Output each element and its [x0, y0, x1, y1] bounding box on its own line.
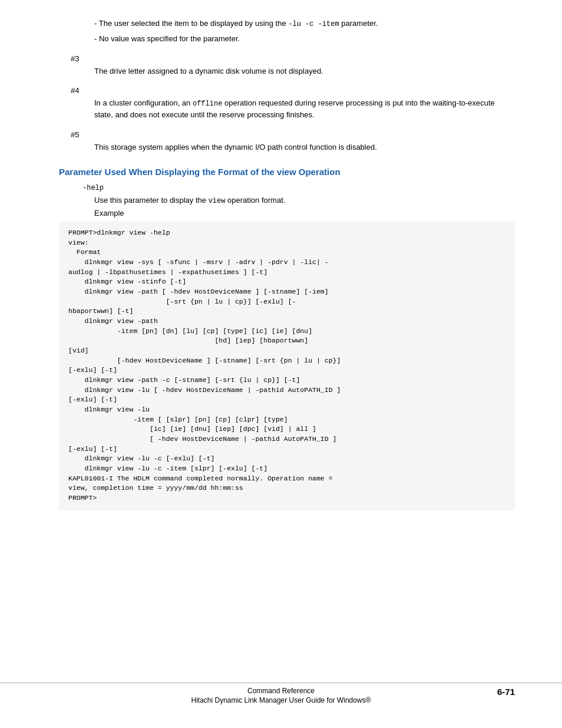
numbered-section-3: #3 The drive letter assigned to a dynami… [82, 54, 515, 77]
param-section: -help Use this parameter to display the … [82, 184, 515, 218]
section-heading: Parameter Used When Displaying the Forma… [59, 167, 515, 177]
bullet-item-2: - No value was specified for the paramet… [82, 33, 515, 45]
content-area: - The user selected the item to be displ… [47, 18, 515, 510]
numbered-section-4: #4 In a cluster configuration, an offlin… [82, 86, 515, 121]
section-number-3: #3 [71, 54, 515, 63]
footer-page-number: 6-71 [497, 687, 515, 697]
section-number-4: #4 [71, 86, 515, 95]
bullet-text-after-1: parameter. [339, 19, 378, 28]
footer-bottom-text: Hitachi Dynamic Link Manager User Guide … [0, 696, 562, 704]
bullet-code-1: -lu -c -item [288, 20, 339, 28]
param-desc-before: Use this parameter to display the [94, 196, 209, 205]
page: - The user selected the item to be displ… [0, 0, 562, 728]
code-block: PROMPT>dlnkmgr view -help view: Format d… [59, 221, 515, 510]
footer: Command Reference 6-71 Hitachi Dynamic L… [0, 683, 562, 704]
section-number-5: #5 [71, 130, 515, 139]
section-text-3: The drive letter assigned to a dynamic d… [82, 65, 515, 77]
numbered-section-5: #5 This storage system applies when the … [82, 130, 515, 153]
param-desc-after: operation format. [225, 196, 285, 205]
param-desc: Use this parameter to display the view o… [82, 195, 515, 206]
bullet-item-1: - The user selected the item to be displ… [82, 18, 515, 29]
bullet-text-before-1: - The user selected the item to be displ… [94, 19, 288, 28]
param-desc-code: view [209, 197, 226, 205]
section-text-4: In a cluster configuration, an offline o… [82, 97, 515, 121]
example-label: Example [82, 209, 515, 218]
section-code-4: offline [193, 100, 222, 108]
section-text-5: This storage system applies when the dyn… [82, 141, 515, 153]
param-name: -help [82, 184, 515, 192]
section-text-4-before: In a cluster configuration, an [94, 98, 193, 107]
bullet-text-2: - No value was specified for the paramet… [94, 34, 240, 43]
footer-center-text: Command Reference [0, 687, 562, 695]
